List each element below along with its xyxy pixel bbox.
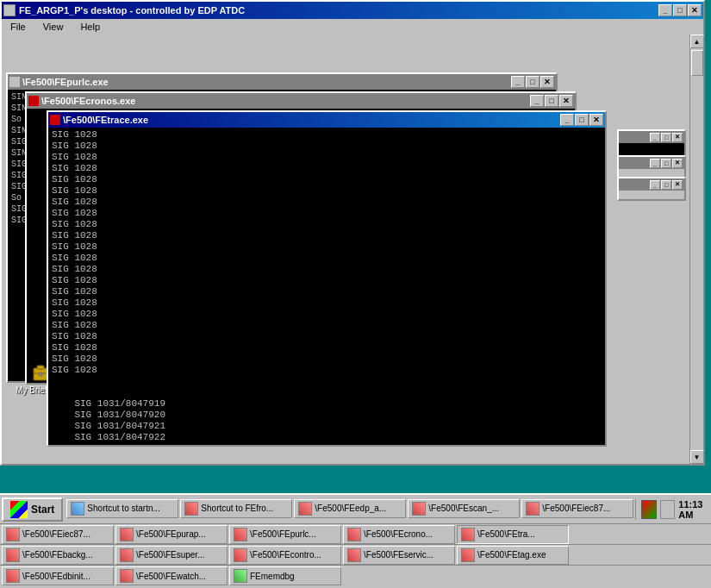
taskbar-icon — [184, 502, 198, 516]
taskbar-btn-fepurlc[interactable]: \Fe500\FEpurlc... — [229, 525, 341, 544]
taskbar-label: \Fe500\FEscan_... — [428, 504, 499, 513]
console-line: SIG 1028 — [52, 219, 602, 230]
sw2-close[interactable]: ✕ — [672, 159, 683, 168]
console-line: SIG 1028 — [52, 185, 602, 197]
fetrace-title: \Fe500\FEtrace.exe — [63, 115, 148, 125]
taskbar: Start Shortcut to startn... Shortcut to … — [0, 493, 711, 588]
fetrace-icon — [50, 115, 60, 125]
taskbar-btn-fememdbg[interactable]: FEmemdbg — [229, 566, 341, 585]
fetrace-close[interactable]: ✕ — [589, 114, 603, 126]
console-line: SIG 1028 — [52, 197, 602, 208]
console-line: SIG 1028 — [52, 320, 602, 331]
main-window-controls: _ □ ✕ — [658, 4, 702, 16]
taskbar-btn-fesuper[interactable]: \Fe500\FEsuper... — [115, 546, 228, 565]
console-line: SIG 1028 — [52, 331, 602, 342]
taskbar-btn-startn[interactable]: Shortcut to startn... — [66, 499, 178, 518]
menu-file[interactable]: File — [5, 20, 31, 34]
clock: 11:13 AM — [678, 499, 710, 520]
taskbar-btn-fecronos[interactable]: \Fe500\FEcrono... — [343, 525, 455, 544]
maximize-button[interactable]: □ — [673, 4, 687, 16]
taskbar-label: Shortcut to startn... — [87, 504, 159, 513]
taskbar-btn-feservic[interactable]: \Fe500\FEservic... — [343, 546, 455, 565]
taskbar-label: \Fe500\FEtra... — [477, 529, 535, 539]
fepurlc-close[interactable]: ✕ — [540, 76, 554, 88]
taskbar-icon — [526, 502, 539, 516]
taskbar-btn-feiec2[interactable]: \Fe500\FEiec87... — [2, 525, 114, 544]
small-window-3: _ □ ✕ — [617, 177, 686, 201]
scroll-thumb[interactable] — [691, 50, 703, 76]
console-line: SIG 1028 — [52, 129, 602, 141]
desktop: FE_ARGP1_P's desktop - controlled by EDP… — [0, 0, 711, 588]
menu-view[interactable]: View — [38, 20, 69, 34]
fetrace-maximize[interactable]: □ — [575, 114, 589, 126]
console-line: SIG 1028 — [52, 253, 602, 264]
taskbar-label: \Fe500\FEcontro... — [250, 550, 321, 560]
taskbar-label: \Fe500\FEiec87... — [22, 529, 90, 539]
close-button[interactable]: ✕ — [688, 4, 702, 16]
systray-icon-2 — [660, 500, 676, 519]
sw3-max[interactable]: □ — [661, 180, 671, 190]
console-line: SIG 1031/8047922 — [52, 432, 602, 443]
console-line: SIG 1028 — [52, 163, 602, 174]
taskbar-icon — [120, 548, 134, 562]
fecronos-close[interactable]: ✕ — [559, 95, 573, 107]
console-line: SIG 1031/8047920 — [52, 410, 602, 421]
fepurlc-maximize[interactable]: □ — [526, 76, 539, 88]
fetrace-minimize[interactable]: _ — [560, 114, 574, 126]
fecronos-maximize[interactable]: □ — [545, 95, 558, 107]
taskbar-row2: \Fe500\FEiec87... \Fe500\FEpurap... \Fe5… — [0, 524, 711, 545]
main-scrollbar[interactable]: ▲ ▼ — [689, 34, 703, 464]
taskbar-label: \Fe500\FEpurlc... — [250, 529, 316, 539]
console-line: SIG 1028 — [52, 342, 602, 353]
main-window-title: FE_ARGP1_P's desktop - controlled by EDP… — [19, 5, 245, 16]
fecronos-minimize[interactable]: _ — [530, 95, 544, 107]
taskbar-icon — [461, 548, 475, 562]
taskbar-icon — [412, 502, 426, 516]
taskbar-label: \Fe500\FEiec87... — [542, 504, 610, 513]
small-win3-titlebar: _ □ ✕ — [619, 178, 684, 191]
scroll-down-arrow[interactable]: ▼ — [690, 450, 704, 464]
sw2-min[interactable]: _ — [650, 159, 660, 168]
sw1-max[interactable]: □ — [661, 133, 671, 142]
minimize-button[interactable]: _ — [658, 4, 672, 16]
fepurlc-minimize[interactable]: _ — [511, 76, 525, 88]
taskbar-btn-fedbinit[interactable]: \Fe500\FEdbinit... — [2, 566, 114, 585]
menu-help[interactable]: Help — [75, 20, 105, 34]
taskbar-btn-fetag[interactable]: \Fe500\FEtag.exe — [457, 546, 569, 565]
taskbar-btn-feiec1[interactable]: \Fe500\FEiec87... — [521, 499, 633, 518]
console-line: SIG 1028 — [52, 309, 602, 320]
scroll-up-arrow[interactable]: ▲ — [690, 34, 704, 48]
start-button[interactable]: Start — [2, 497, 63, 522]
taskbar-label: \Fe500\FEwatch... — [136, 572, 206, 581]
taskbar-label: \Fe500\FEpurap... — [136, 529, 206, 539]
taskbar-btn-fefro[interactable]: Shortcut to FEfro... — [180, 499, 292, 518]
taskbar-btn-fescan[interactable]: \Fe500\FEscan_... — [408, 499, 520, 518]
taskbar-label: \Fe500\FEservic... — [364, 550, 433, 560]
taskbar-icon — [347, 548, 361, 562]
systray-icon-1 — [641, 500, 657, 519]
console-line: SIG 1028 — [52, 208, 602, 219]
fepurlc-titlebar: \Fe500\FEpurlc.exe _ □ ✕ — [8, 74, 556, 90]
taskbar-icon — [234, 569, 247, 583]
fecronos-titlebar: \Fe500\FEcronos.exe _ □ ✕ — [27, 93, 575, 109]
start-label: Start — [31, 504, 54, 516]
sw3-close[interactable]: ✕ — [672, 180, 683, 190]
console-line: SIG 1028 — [52, 174, 602, 185]
small-win1-titlebar: _ □ ✕ — [619, 131, 684, 143]
main-content: ▲ ▼ \Fe500\FEpurlc.exe _ □ ✕ — [2, 34, 703, 464]
sw3-min[interactable]: _ — [650, 180, 660, 190]
taskbar-btn-fetrace[interactable]: \Fe500\FEtra... — [457, 525, 569, 544]
taskbar-icon — [234, 528, 247, 541]
taskbar-label: \Fe500\FEcrono... — [364, 529, 433, 539]
sw2-max[interactable]: □ — [661, 159, 671, 168]
taskbar-btn-febackg[interactable]: \Fe500\FEbackg... — [2, 546, 114, 565]
fepurlc-title: \Fe500\FEpurlc.exe — [22, 77, 109, 87]
taskbar-btn-fecontro[interactable]: \Fe500\FEcontro... — [229, 546, 341, 565]
taskbar-btn-fewatch[interactable]: \Fe500\FEwatch... — [115, 566, 228, 585]
sw1-min[interactable]: _ — [650, 133, 660, 142]
sw1-close[interactable]: ✕ — [672, 133, 683, 142]
taskbar-btn-feedp[interactable]: \Fe500\FEedp_a... — [294, 499, 406, 518]
taskbar-icon — [120, 528, 134, 541]
taskbar-row1: Start Shortcut to startn... Shortcut to … — [0, 495, 711, 524]
taskbar-btn-fepurap[interactable]: \Fe500\FEpurap... — [115, 525, 228, 544]
